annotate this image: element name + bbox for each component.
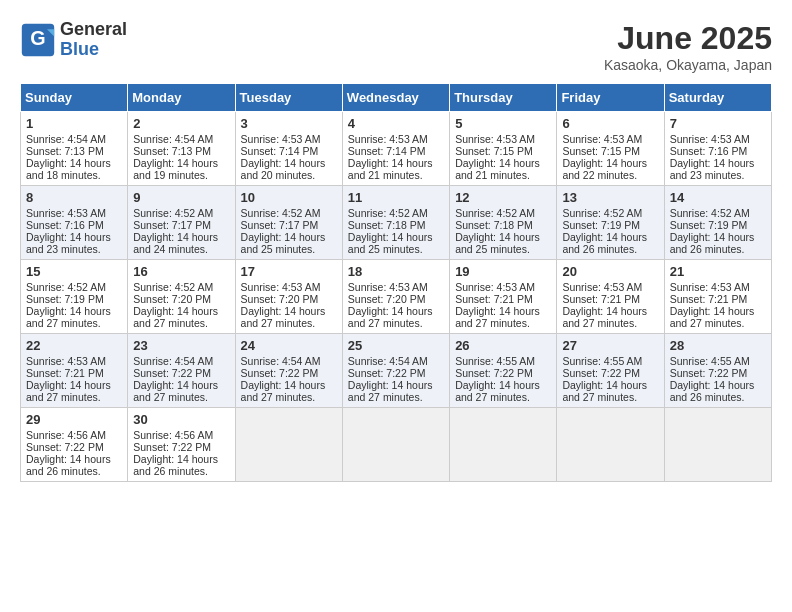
- calendar-cell: 21Sunrise: 4:53 AMSunset: 7:21 PMDayligh…: [664, 260, 771, 334]
- calendar-cell: 23Sunrise: 4:54 AMSunset: 7:22 PMDayligh…: [128, 334, 235, 408]
- daylight-text: Daylight: 14 hours and 21 minutes.: [348, 157, 444, 181]
- calendar-cell: 20Sunrise: 4:53 AMSunset: 7:21 PMDayligh…: [557, 260, 664, 334]
- sunrise-text: Sunrise: 4:54 AM: [133, 355, 229, 367]
- calendar-week-3: 15Sunrise: 4:52 AMSunset: 7:19 PMDayligh…: [21, 260, 772, 334]
- sunrise-text: Sunrise: 4:52 AM: [670, 207, 766, 219]
- day-number: 23: [133, 338, 229, 353]
- sunset-text: Sunset: 7:15 PM: [455, 145, 551, 157]
- day-number: 4: [348, 116, 444, 131]
- sunrise-text: Sunrise: 4:56 AM: [133, 429, 229, 441]
- calendar-cell: 14Sunrise: 4:52 AMSunset: 7:19 PMDayligh…: [664, 186, 771, 260]
- sunset-text: Sunset: 7:19 PM: [670, 219, 766, 231]
- daylight-text: Daylight: 14 hours and 26 minutes.: [562, 231, 658, 255]
- sunrise-text: Sunrise: 4:53 AM: [670, 133, 766, 145]
- sunrise-text: Sunrise: 4:53 AM: [26, 355, 122, 367]
- calendar-cell: [557, 408, 664, 482]
- sunset-text: Sunset: 7:13 PM: [26, 145, 122, 157]
- sunrise-text: Sunrise: 4:53 AM: [455, 281, 551, 293]
- sunrise-text: Sunrise: 4:55 AM: [455, 355, 551, 367]
- logo-icon: G: [20, 22, 56, 58]
- sunset-text: Sunset: 7:21 PM: [26, 367, 122, 379]
- sunrise-text: Sunrise: 4:53 AM: [455, 133, 551, 145]
- sunset-text: Sunset: 7:14 PM: [348, 145, 444, 157]
- sunset-text: Sunset: 7:20 PM: [133, 293, 229, 305]
- sunset-text: Sunset: 7:17 PM: [133, 219, 229, 231]
- logo: G General Blue: [20, 20, 127, 60]
- daylight-text: Daylight: 14 hours and 25 minutes.: [348, 231, 444, 255]
- sunset-text: Sunset: 7:22 PM: [133, 441, 229, 453]
- calendar-cell: 3Sunrise: 4:53 AMSunset: 7:14 PMDaylight…: [235, 112, 342, 186]
- day-number: 28: [670, 338, 766, 353]
- sunset-text: Sunset: 7:20 PM: [348, 293, 444, 305]
- sunrise-text: Sunrise: 4:54 AM: [133, 133, 229, 145]
- sunset-text: Sunset: 7:16 PM: [26, 219, 122, 231]
- calendar-cell: 8Sunrise: 4:53 AMSunset: 7:16 PMDaylight…: [21, 186, 128, 260]
- logo-general: General: [60, 20, 127, 40]
- calendar-cell: 10Sunrise: 4:52 AMSunset: 7:17 PMDayligh…: [235, 186, 342, 260]
- sunrise-text: Sunrise: 4:52 AM: [26, 281, 122, 293]
- daylight-text: Daylight: 14 hours and 19 minutes.: [133, 157, 229, 181]
- sunrise-text: Sunrise: 4:53 AM: [241, 281, 337, 293]
- sunset-text: Sunset: 7:18 PM: [348, 219, 444, 231]
- sunrise-text: Sunrise: 4:52 AM: [241, 207, 337, 219]
- calendar-cell: 15Sunrise: 4:52 AMSunset: 7:19 PMDayligh…: [21, 260, 128, 334]
- calendar-cell: 26Sunrise: 4:55 AMSunset: 7:22 PMDayligh…: [450, 334, 557, 408]
- sunset-text: Sunset: 7:22 PM: [26, 441, 122, 453]
- sunrise-text: Sunrise: 4:53 AM: [562, 133, 658, 145]
- daylight-text: Daylight: 14 hours and 25 minutes.: [455, 231, 551, 255]
- calendar-cell: 6Sunrise: 4:53 AMSunset: 7:15 PMDaylight…: [557, 112, 664, 186]
- calendar-header-row: SundayMondayTuesdayWednesdayThursdayFrid…: [21, 84, 772, 112]
- day-number: 6: [562, 116, 658, 131]
- day-number: 10: [241, 190, 337, 205]
- sunrise-text: Sunrise: 4:54 AM: [348, 355, 444, 367]
- sunrise-text: Sunrise: 4:53 AM: [348, 281, 444, 293]
- day-number: 9: [133, 190, 229, 205]
- daylight-text: Daylight: 14 hours and 27 minutes.: [670, 305, 766, 329]
- day-number: 27: [562, 338, 658, 353]
- day-number: 29: [26, 412, 122, 427]
- sunrise-text: Sunrise: 4:55 AM: [562, 355, 658, 367]
- calendar-cell: 27Sunrise: 4:55 AMSunset: 7:22 PMDayligh…: [557, 334, 664, 408]
- daylight-text: Daylight: 14 hours and 27 minutes.: [348, 379, 444, 403]
- daylight-text: Daylight: 14 hours and 22 minutes.: [562, 157, 658, 181]
- calendar-cell: 16Sunrise: 4:52 AMSunset: 7:20 PMDayligh…: [128, 260, 235, 334]
- day-number: 2: [133, 116, 229, 131]
- calendar-cell: 4Sunrise: 4:53 AMSunset: 7:14 PMDaylight…: [342, 112, 449, 186]
- day-number: 16: [133, 264, 229, 279]
- day-number: 20: [562, 264, 658, 279]
- sunset-text: Sunset: 7:21 PM: [455, 293, 551, 305]
- calendar-cell: [664, 408, 771, 482]
- sunset-text: Sunset: 7:22 PM: [670, 367, 766, 379]
- sunrise-text: Sunrise: 4:52 AM: [133, 207, 229, 219]
- sunrise-text: Sunrise: 4:55 AM: [670, 355, 766, 367]
- calendar-cell: 1Sunrise: 4:54 AMSunset: 7:13 PMDaylight…: [21, 112, 128, 186]
- daylight-text: Daylight: 14 hours and 25 minutes.: [241, 231, 337, 255]
- calendar-week-5: 29Sunrise: 4:56 AMSunset: 7:22 PMDayligh…: [21, 408, 772, 482]
- day-number: 8: [26, 190, 122, 205]
- month-title: June 2025: [604, 20, 772, 57]
- sunset-text: Sunset: 7:21 PM: [562, 293, 658, 305]
- sunrise-text: Sunrise: 4:54 AM: [241, 355, 337, 367]
- calendar-week-4: 22Sunrise: 4:53 AMSunset: 7:21 PMDayligh…: [21, 334, 772, 408]
- sunset-text: Sunset: 7:22 PM: [562, 367, 658, 379]
- daylight-text: Daylight: 14 hours and 27 minutes.: [455, 305, 551, 329]
- calendar-cell: 13Sunrise: 4:52 AMSunset: 7:19 PMDayligh…: [557, 186, 664, 260]
- calendar-cell: 2Sunrise: 4:54 AMSunset: 7:13 PMDaylight…: [128, 112, 235, 186]
- calendar-cell: [342, 408, 449, 482]
- calendar-cell: 5Sunrise: 4:53 AMSunset: 7:15 PMDaylight…: [450, 112, 557, 186]
- sunset-text: Sunset: 7:20 PM: [241, 293, 337, 305]
- daylight-text: Daylight: 14 hours and 23 minutes.: [670, 157, 766, 181]
- sunrise-text: Sunrise: 4:54 AM: [26, 133, 122, 145]
- header-wednesday: Wednesday: [342, 84, 449, 112]
- day-number: 5: [455, 116, 551, 131]
- daylight-text: Daylight: 14 hours and 18 minutes.: [26, 157, 122, 181]
- sunset-text: Sunset: 7:15 PM: [562, 145, 658, 157]
- calendar-cell: 30Sunrise: 4:56 AMSunset: 7:22 PMDayligh…: [128, 408, 235, 482]
- daylight-text: Daylight: 14 hours and 27 minutes.: [562, 379, 658, 403]
- daylight-text: Daylight: 14 hours and 27 minutes.: [26, 305, 122, 329]
- day-number: 17: [241, 264, 337, 279]
- header-tuesday: Tuesday: [235, 84, 342, 112]
- day-number: 11: [348, 190, 444, 205]
- calendar-cell: 12Sunrise: 4:52 AMSunset: 7:18 PMDayligh…: [450, 186, 557, 260]
- day-number: 25: [348, 338, 444, 353]
